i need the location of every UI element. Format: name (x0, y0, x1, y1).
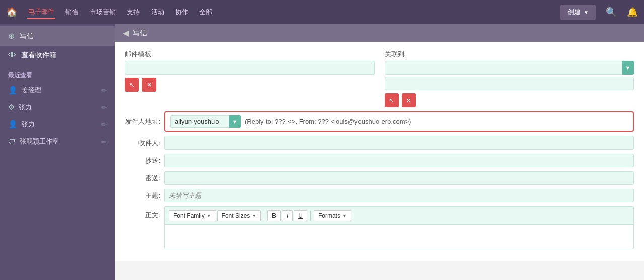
back-arrow-icon[interactable]: ◀ (123, 28, 129, 38)
content-header: ◀ 写信 (115, 24, 644, 42)
nav-item-activity[interactable]: 活动 (150, 6, 165, 19)
editor-toolbar: Font Family ▼ Font Sizes ▼ B I (164, 206, 634, 224)
font-family-label: Font Family (173, 212, 205, 219)
sender-box: aliyun-youshuo ▼ (Reply-to: ??? <>, From… (164, 111, 634, 132)
home-icon[interactable]: 🏠 (6, 7, 17, 18)
body-row: 正文: Font Family ▼ Font Sizes ▼ B (125, 206, 634, 249)
body-label: 正文: (125, 206, 160, 220)
subject-label: 主题: (125, 191, 160, 200)
recipient-label: 收件人: (125, 138, 160, 148)
person-icon-3: 👤 (8, 120, 18, 129)
inbox-icon: 👁 (8, 51, 16, 60)
sender-info-text: (Reply-to: ??? <>, From: ??? <louis@yous… (245, 118, 411, 125)
nav-item-collab[interactable]: 协作 (174, 6, 189, 19)
subject-input[interactable] (164, 189, 634, 202)
related-cursor-btn[interactable]: ↖ (385, 93, 399, 107)
mail-template-input[interactable] (125, 61, 375, 75)
compose-form: 邮件模板: ↖ ✕ 关联到: ▼ (115, 42, 644, 261)
sender-select-wrapper: aliyun-youshuo ▼ (170, 115, 241, 128)
page-title: 写信 (133, 29, 147, 38)
underline-btn[interactable]: U (294, 210, 307, 221)
sidebar: ⊕ 写信 👁 查看收件箱 最近查看 👤 姜经理 ✏ ⚙ 张力 ✏ 👤 张力 (0, 24, 115, 280)
related-label: 关联到: (385, 50, 634, 59)
font-sizes-arrow: ▼ (252, 213, 256, 218)
sidebar-item-write[interactable]: ⊕ 写信 (0, 26, 115, 46)
font-sizes-label: Font Sizes (222, 212, 250, 219)
main-layout: ⊕ 写信 👁 查看收件箱 最近查看 👤 姜经理 ✏ ⚙ 张力 ✏ 👤 张力 (0, 24, 644, 280)
cc-label: 抄送: (125, 156, 160, 165)
template-cursor-btn[interactable]: ↖ (125, 78, 139, 92)
bold-label: B (272, 212, 276, 219)
related-select-wrapper: ▼ (385, 61, 634, 75)
font-sizes-btn[interactable]: Font Sizes ▼ (217, 210, 261, 221)
editor-body[interactable] (164, 224, 634, 249)
sidebar-item-inbox[interactable]: 👁 查看收件箱 (0, 46, 115, 65)
nav-items: 电子邮件 销售 市场营销 支持 活动 协作 全部 (27, 5, 213, 19)
person-name-4: 张觐颖工作室 (20, 137, 59, 146)
underline-label: U (298, 212, 303, 219)
edit-icon-1[interactable]: ✏ (101, 87, 107, 94)
template-clear-btn[interactable]: ✕ (142, 78, 156, 92)
bcc-input[interactable] (164, 171, 634, 185)
font-family-arrow: ▼ (207, 213, 211, 218)
sender-select[interactable]: aliyun-youshuo (170, 115, 241, 128)
write-label: 写信 (20, 32, 34, 41)
nav-item-all[interactable]: 全部 (198, 6, 213, 19)
sidebar-person-studio[interactable]: 🛡 张觐颖工作室 ✏ (0, 133, 115, 150)
create-dropdown-arrow: ▼ (584, 10, 589, 15)
bcc-row: 密送: (125, 171, 634, 185)
person-name-2: 张力 (19, 103, 32, 112)
person-icon-1: 👤 (8, 86, 18, 95)
mail-template-label: 邮件模板: (125, 50, 375, 59)
recipient-row: 收件人: (125, 136, 634, 150)
italic-btn[interactable]: I (282, 210, 293, 221)
formats-arrow: ▼ (342, 213, 347, 218)
formats-label: Formats (318, 212, 340, 219)
person-name-3: 张力 (22, 120, 35, 129)
sender-label: 发件人地址: (125, 117, 160, 126)
bold-btn[interactable]: B (267, 210, 281, 221)
nav-item-marketing[interactable]: 市场营销 (89, 6, 117, 19)
toolbar-divider-2 (310, 211, 311, 221)
sidebar-person-zhangli1[interactable]: ⚙ 张力 ✏ (0, 99, 115, 116)
sidebar-person-jiangmanager[interactable]: 👤 姜经理 ✏ (0, 82, 115, 99)
bcc-label: 密送: (125, 174, 160, 183)
font-family-btn[interactable]: Font Family ▼ (169, 210, 216, 221)
sidebar-person-zhangli2[interactable]: 👤 张力 ✏ (0, 116, 115, 133)
mail-template-group: 邮件模板: ↖ ✕ (125, 50, 375, 107)
sender-row: 发件人地址: aliyun-youshuo ▼ (Reply-to: ??? <… (125, 111, 634, 132)
nav-item-sales[interactable]: 销售 (64, 6, 80, 19)
edit-icon-3[interactable]: ✏ (101, 121, 107, 128)
person-name-1: 姜经理 (22, 86, 41, 95)
edit-icon-2[interactable]: ✏ (101, 104, 107, 111)
top-fields-row: 邮件模板: ↖ ✕ 关联到: ▼ (125, 50, 634, 107)
related-input[interactable] (385, 77, 634, 90)
person-icon-2: ⚙ (8, 103, 15, 112)
toolbar-divider-1 (264, 211, 264, 221)
cc-input[interactable] (164, 154, 634, 167)
related-select[interactable] (385, 61, 634, 75)
cc-row: 抄送: (125, 154, 634, 167)
recent-section-title: 最近查看 (0, 65, 115, 82)
related-group: 关联到: ▼ ↖ ✕ (385, 50, 634, 107)
body-editor-wrapper: Font Family ▼ Font Sizes ▼ B I (164, 206, 634, 249)
search-button[interactable]: 🔍 (606, 7, 617, 18)
person-icon-4: 🛡 (8, 137, 16, 146)
create-button[interactable]: 创建 ▼ (560, 5, 596, 20)
italic-label: I (287, 212, 288, 219)
notification-button[interactable]: 🔔 (627, 7, 638, 18)
inbox-label: 查看收件箱 (21, 51, 56, 60)
nav-item-support[interactable]: 支持 (126, 6, 141, 19)
top-navigation: 🏠 电子邮件 销售 市场营销 支持 活动 协作 全部 创建 ▼ 🔍 🔔 (0, 0, 644, 24)
recipient-input[interactable] (164, 136, 634, 150)
content-area: ◀ 写信 邮件模板: ↖ ✕ 关联到: (115, 24, 644, 280)
related-clear-btn[interactable]: ✕ (402, 93, 416, 107)
subject-row: 主题: (125, 189, 634, 202)
write-icon: ⊕ (8, 31, 15, 41)
edit-icon-4[interactable]: ✏ (101, 138, 107, 146)
nav-item-email[interactable]: 电子邮件 (27, 5, 55, 19)
formats-btn[interactable]: Formats ▼ (314, 210, 351, 221)
